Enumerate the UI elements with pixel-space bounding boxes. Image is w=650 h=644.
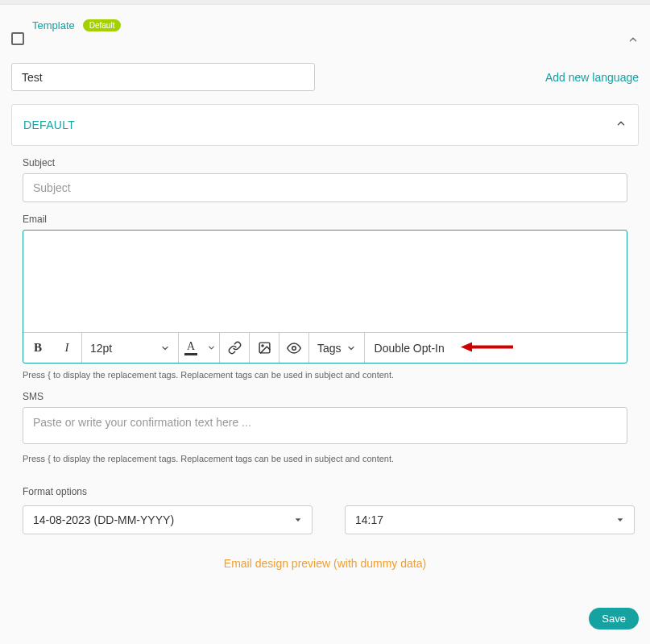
time-format-value: 14:17 xyxy=(355,513,383,526)
date-format-select[interactable]: 14-08-2023 (DD-MM-YYYY) xyxy=(23,505,313,534)
add-language-link[interactable]: Add new language xyxy=(545,71,639,84)
caret-down-icon xyxy=(294,516,302,524)
svg-marker-4 xyxy=(461,342,472,351)
image-button[interactable] xyxy=(250,333,279,363)
chevron-down-icon xyxy=(346,343,356,353)
email-editor-content[interactable] xyxy=(23,231,627,332)
editor-toolbar: B I 12pt A xyxy=(23,332,627,363)
chevron-up-icon xyxy=(615,118,627,132)
panel-title: DEFAULT xyxy=(23,118,75,131)
arrow-annotation xyxy=(461,340,513,355)
eye-icon xyxy=(287,341,301,355)
text-color-button[interactable]: A xyxy=(179,333,203,363)
sms-label: SMS xyxy=(23,391,627,402)
chevron-up-icon[interactable] xyxy=(627,34,639,48)
replacement-hint-sms: Press { to display the replacement tags.… xyxy=(23,454,627,463)
date-format-value: 14-08-2023 (DD-MM-YYYY) xyxy=(33,513,174,526)
default-panel-header[interactable]: DEFAULT xyxy=(12,105,638,145)
bold-button[interactable]: B xyxy=(23,333,52,363)
text-color-letter: A xyxy=(187,341,195,352)
save-button[interactable]: Save xyxy=(589,608,639,629)
svg-marker-5 xyxy=(296,518,301,521)
tags-label: Tags xyxy=(317,342,342,355)
chevron-down-icon xyxy=(207,343,216,352)
font-size-select[interactable]: 12pt xyxy=(82,333,179,363)
preview-button[interactable] xyxy=(279,333,308,363)
font-size-value: 12pt xyxy=(90,342,112,355)
svg-marker-6 xyxy=(618,518,623,521)
caret-down-icon xyxy=(616,516,624,524)
chevron-down-icon xyxy=(160,343,170,353)
svg-point-1 xyxy=(261,345,263,347)
email-preview-link[interactable]: Email design preview (with dummy data) xyxy=(23,557,627,570)
link-button[interactable] xyxy=(220,333,249,363)
double-opt-in-button[interactable]: Double Opt-In xyxy=(365,333,454,363)
replacement-hint: Press { to display the replacement tags.… xyxy=(23,370,627,380)
format-options-label: Format options xyxy=(23,486,627,497)
template-name-input[interactable] xyxy=(11,63,315,91)
subject-label: Subject xyxy=(23,157,627,168)
italic-button[interactable]: I xyxy=(52,333,81,363)
email-editor: B I 12pt A xyxy=(23,230,627,364)
subject-input[interactable] xyxy=(23,173,627,202)
default-badge: Default xyxy=(83,19,122,31)
double-opt-in-label: Double Opt-In xyxy=(375,342,445,355)
image-icon xyxy=(258,341,271,355)
link-icon xyxy=(228,341,242,355)
template-link[interactable]: Template xyxy=(32,19,75,31)
email-label: Email xyxy=(23,214,627,225)
sms-input[interactable] xyxy=(23,407,627,444)
time-format-select[interactable]: 14:17 xyxy=(345,505,635,534)
tags-select[interactable]: Tags xyxy=(309,333,365,363)
template-checkbox[interactable] xyxy=(11,32,24,45)
svg-point-2 xyxy=(292,346,296,350)
text-color-dropdown[interactable] xyxy=(203,333,219,363)
